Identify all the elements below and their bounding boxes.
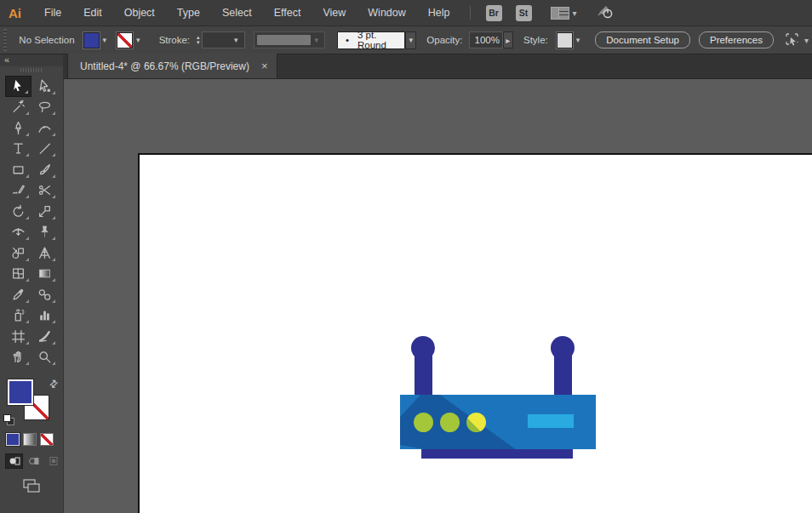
scale-tool[interactable] [31,201,58,222]
draw-inside-button[interactable] [44,453,62,469]
none-button[interactable] [40,433,54,446]
router-body[interactable] [400,395,596,449]
width-tool[interactable] [5,222,31,243]
preferences-button[interactable]: Preferences [699,31,774,48]
tool-grid [0,76,63,368]
perspective-grid-tool[interactable] [31,242,58,264]
document-tab[interactable]: Untitled-4* @ 66.67% (RGB/Preview) × [67,54,277,78]
scissors-tool[interactable] [31,180,58,202]
opacity-slider-button[interactable]: ▸ [503,31,513,48]
slice-tool[interactable] [31,326,58,347]
chevron-down-icon: ▾ [409,36,413,44]
direct-selection-tool[interactable] [31,76,58,97]
router-led-3[interactable] [466,413,486,432]
stroke-weight-stepper[interactable]: ▴ ▾ [197,35,200,45]
color-mode-row [0,433,63,446]
chevron-down-icon[interactable]: ▾ [804,36,809,45]
panel-collapse-icon[interactable]: « [0,54,63,66]
menu-select[interactable]: Select [211,7,263,19]
shape-builder-tool[interactable] [5,242,31,264]
tools-panel: « ⇄ [0,54,64,513]
artboard[interactable] [138,153,812,513]
paintbrush-tool[interactable] [31,159,58,180]
router-left-antenna-tip[interactable] [411,336,435,360]
symbol-sprayer-tool[interactable] [5,305,31,327]
line-segment-tool[interactable] [31,139,58,160]
document-setup-button[interactable]: Document Setup [595,31,690,48]
menu-help[interactable]: Help [417,7,461,19]
rotate-tool[interactable] [5,201,31,222]
shaper-tool[interactable] [5,180,31,202]
opacity-label: Opacity: [426,35,462,45]
swap-fill-stroke-icon[interactable]: ⇄ [46,376,60,390]
menu-type[interactable]: Type [166,7,211,19]
chevron-down-icon: ▾ [311,34,322,46]
column-graph-tool[interactable] [31,305,58,327]
canvas[interactable] [64,79,812,513]
menu-file[interactable]: File [33,7,72,19]
router-led-1[interactable] [414,413,433,432]
chevron-down-icon[interactable]: ▾ [100,34,111,46]
draw-behind-button[interactable] [25,453,43,469]
stock-icon[interactable]: St [516,5,532,21]
menu-effect[interactable]: Effect [263,7,312,19]
eyedropper-tool[interactable] [5,284,31,305]
workspace-switcher-icon[interactable] [551,7,569,20]
bridge-icon[interactable]: Br [486,5,502,21]
menu-view[interactable]: View [312,7,357,19]
stroke-weight-dropdown[interactable]: ▾ [202,31,245,48]
selection-tool[interactable] [5,76,31,97]
fill-color-dropdown[interactable]: ▾ [83,32,111,48]
chevron-down-icon[interactable]: ▾ [133,34,144,46]
chevron-down-icon[interactable]: ▾ [231,34,242,46]
chevron-down-icon[interactable]: ▾ [573,34,584,46]
gradient-tool[interactable] [31,264,58,285]
panel-grip[interactable] [3,29,7,51]
menu-window[interactable]: Window [357,7,416,19]
default-fill-stroke-icon[interactable] [3,414,14,425]
menu-separator [470,6,471,20]
mesh-tool[interactable] [5,264,31,285]
close-icon[interactable]: × [261,62,268,71]
router-led-2[interactable] [440,413,460,432]
tab-title: Untitled-4* @ 66.67% (RGB/Preview) [80,60,249,72]
select-similar-icon[interactable] [784,31,801,48]
width-profile-preview [257,35,312,45]
lasso-tool[interactable] [31,97,58,118]
zoom-tool[interactable] [31,347,58,368]
rectangle-tool[interactable] [5,159,31,180]
router-port[interactable] [528,414,574,428]
hand-tool[interactable] [5,347,31,368]
stepper-down-icon[interactable]: ▾ [197,40,200,45]
fill-swatch[interactable] [83,32,100,48]
brush-definition-field[interactable]: • 3 pt. Round [337,31,405,49]
menu-edit[interactable]: Edit [72,7,113,19]
curvature-tool[interactable] [31,117,58,139]
chevron-down-icon[interactable]: ▾ [573,9,577,18]
type-tool[interactable] [5,139,31,160]
menu-object[interactable]: Object [113,7,166,19]
pen-tool[interactable] [5,117,31,139]
style-dropdown[interactable]: ▾ [557,32,584,48]
puppet-warp-tool[interactable] [31,222,58,243]
draw-normal-button[interactable] [5,453,23,469]
menu-items: FileEditObjectTypeSelectEffectViewWindow… [33,7,461,19]
panel-drag-grip[interactable] [0,66,63,74]
router-right-antenna-tip[interactable] [551,336,575,360]
brush-dropdown-button[interactable]: ▾ [405,31,416,49]
magic-wand-tool[interactable] [5,97,31,118]
drawing-modes-row [0,453,63,469]
artboard-tool[interactable] [5,326,31,347]
color-button[interactable] [6,433,20,446]
gpu-performance-icon[interactable] [596,4,615,22]
style-swatch[interactable] [557,32,573,48]
gradient-button[interactable] [23,433,37,446]
stroke-swatch-none[interactable] [117,32,133,48]
router-base[interactable] [421,449,573,459]
fill-indicator[interactable] [8,379,33,405]
screen-mode-icon[interactable] [21,478,42,493]
blend-tool[interactable] [31,284,58,305]
stroke-label: Stroke: [159,35,190,45]
opacity-input[interactable]: 100% [469,31,502,48]
stroke-color-dropdown[interactable]: ▾ [117,32,144,48]
